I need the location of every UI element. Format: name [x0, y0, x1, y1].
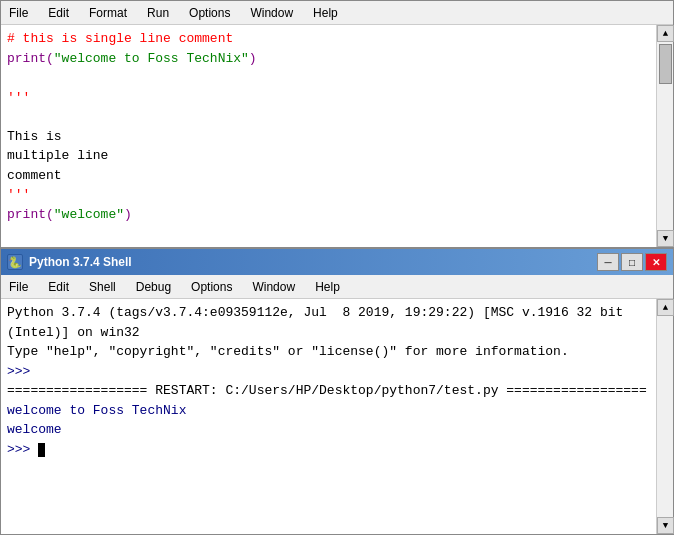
- shell-menu-edit[interactable]: Edit: [44, 279, 73, 295]
- code-line-2: print("welcome to Foss TechNix"): [7, 49, 651, 69]
- code-line-10: print("welcome"): [7, 205, 651, 225]
- shell-scroll-up[interactable]: ▲: [657, 299, 674, 316]
- shell-prompt-1: >>>: [7, 362, 651, 382]
- shell-scrollbar[interactable]: ▲ ▼: [656, 299, 673, 534]
- scroll-down-arrow[interactable]: ▼: [657, 230, 674, 247]
- menu-window[interactable]: Window: [246, 5, 297, 21]
- editor-scrollbar[interactable]: ▲ ▼: [656, 25, 673, 247]
- shell-menu-help[interactable]: Help: [311, 279, 344, 295]
- scroll-up-arrow[interactable]: ▲: [657, 25, 674, 42]
- shell-menu-shell[interactable]: Shell: [85, 279, 120, 295]
- editor-content[interactable]: # this is single line comment print("wel…: [1, 25, 673, 247]
- code-line-5: [7, 107, 651, 127]
- code-line-6: This is: [7, 127, 651, 147]
- shell-menu-bar: File Edit Shell Debug Options Window Hel…: [1, 275, 673, 299]
- shell-prompt-2: >>>: [7, 440, 651, 460]
- shell-output-1: welcome to Foss TechNix: [7, 401, 651, 421]
- title-buttons: ─ □ ✕: [597, 253, 667, 271]
- code-line-4: ''': [7, 88, 651, 108]
- shell-output-2: welcome: [7, 420, 651, 440]
- menu-edit[interactable]: Edit: [44, 5, 73, 21]
- code-line-3: [7, 68, 651, 88]
- maximize-button[interactable]: □: [621, 253, 643, 271]
- menu-options[interactable]: Options: [185, 5, 234, 21]
- minimize-button[interactable]: ─: [597, 253, 619, 271]
- shell-icon: 🐍: [7, 254, 23, 270]
- shell-content[interactable]: Python 3.7.4 (tags/v3.7.4:e09359112e, Ju…: [1, 299, 673, 534]
- shell-window: 🐍 Python 3.7.4 Shell ─ □ ✕ File Edit She…: [0, 248, 674, 535]
- shell-title-left: 🐍 Python 3.7.4 Shell: [7, 254, 132, 270]
- shell-restart-line: ================== RESTART: C:/Users/HP/…: [7, 381, 651, 401]
- shell-title-text: Python 3.7.4 Shell: [29, 255, 132, 269]
- code-line-7: multiple line: [7, 146, 651, 166]
- menu-format[interactable]: Format: [85, 5, 131, 21]
- shell-menu-debug[interactable]: Debug: [132, 279, 175, 295]
- shell-title-bar: 🐍 Python 3.7.4 Shell ─ □ ✕: [1, 249, 673, 275]
- code-line-1: # this is single line comment: [7, 29, 651, 49]
- menu-run[interactable]: Run: [143, 5, 173, 21]
- shell-scroll-track: [657, 316, 673, 517]
- scroll-thumb[interactable]: [659, 44, 672, 84]
- shell-menu-file[interactable]: File: [5, 279, 32, 295]
- menu-help[interactable]: Help: [309, 5, 342, 21]
- editor-window: File Edit Format Run Options Window Help…: [0, 0, 674, 248]
- editor-menu-bar: File Edit Format Run Options Window Help: [1, 1, 673, 25]
- code-line-8: comment: [7, 166, 651, 186]
- shell-version-1: Python 3.7.4 (tags/v3.7.4:e09359112e, Ju…: [7, 303, 651, 323]
- shell-cursor: [38, 443, 45, 457]
- menu-file[interactable]: File: [5, 5, 32, 21]
- shell-type-line: Type "help", "copyright", "credits" or "…: [7, 342, 651, 362]
- shell-menu-options[interactable]: Options: [187, 279, 236, 295]
- shell-scroll-down[interactable]: ▼: [657, 517, 674, 534]
- shell-version-2: (Intel)] on win32: [7, 323, 651, 343]
- shell-menu-window[interactable]: Window: [248, 279, 299, 295]
- code-line-9: ''': [7, 185, 651, 205]
- scroll-track: [657, 42, 673, 230]
- close-button[interactable]: ✕: [645, 253, 667, 271]
